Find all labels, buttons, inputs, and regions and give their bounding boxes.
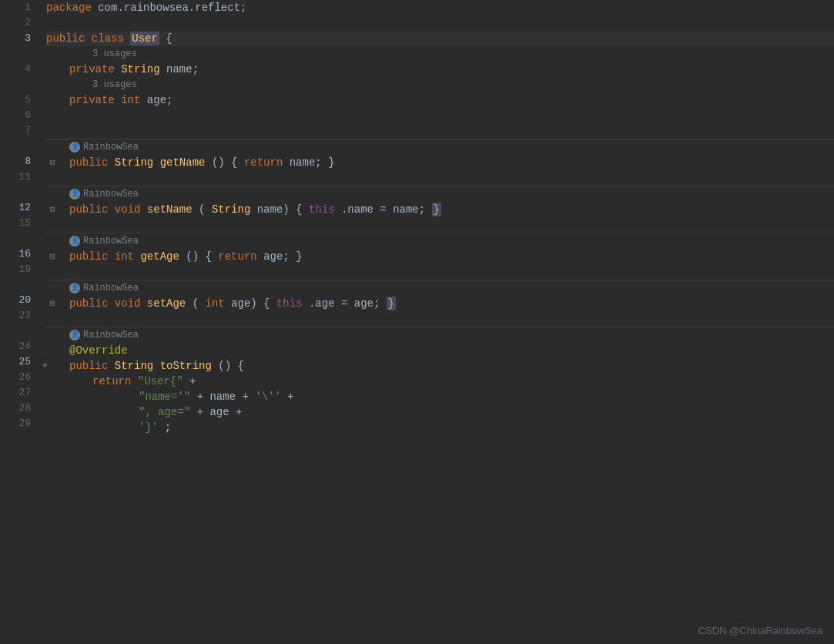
code-area: 1 2 3 4 5 6 7 8 11 12 15 16 19 20 23 24 …	[0, 0, 834, 644]
ln-27: 27	[0, 385, 31, 401]
line-8: ⊟ public String getName () { return name…	[46, 155, 834, 170]
ln-19: 19	[0, 262, 31, 277]
line-28: ", age=" + age +	[46, 404, 834, 420]
line-20: ⊟ public void setAge ( int age) { this .…	[46, 296, 834, 311]
token-parens-3: () {	[218, 360, 244, 372]
token-this-2: this	[276, 297, 303, 310]
token-return-1: return	[244, 156, 283, 169]
hint-3usages-1: 3 usages	[46, 46, 834, 62]
token-return-3: return	[92, 375, 131, 387]
token-void-2: void	[115, 297, 141, 310]
ln-25: 25	[0, 354, 31, 370]
author-name-5: RainbowSea	[83, 327, 139, 343]
line-3: public class User {	[46, 31, 834, 46]
line-29: '}' ;	[46, 420, 834, 435]
token-getname: getName	[160, 156, 206, 169]
line-23	[46, 311, 834, 327]
ln-7: 7	[0, 123, 31, 139]
token-name-param: name) {	[257, 203, 309, 216]
token-plus-3: +	[287, 391, 293, 403]
ln-hint1	[0, 46, 31, 62]
ln-author1	[0, 139, 31, 154]
fold-icon-2[interactable]: ⊟	[50, 202, 55, 217]
ln-author3	[0, 231, 31, 247]
token-paren-open-1: (	[199, 203, 205, 216]
watermark: CSDN @ChinaRainbowSea	[698, 625, 822, 636]
line-6	[46, 108, 834, 123]
token-private-2: private	[69, 94, 115, 106]
token-setname: setName	[147, 203, 193, 216]
token-age-eq-str: ", age="	[139, 406, 190, 418]
token-public-2: public	[69, 156, 108, 169]
line-12: ⊟ public void setName ( String name) { t…	[46, 202, 834, 217]
token-setage: setAge	[147, 297, 186, 310]
ln-12: 12	[0, 200, 31, 216]
ln-11: 11	[0, 169, 31, 185]
ln-24: 24	[0, 339, 31, 354]
ln-15: 15	[0, 216, 31, 231]
ln-29: 29	[0, 416, 31, 431]
ln-28: 28	[0, 401, 31, 416]
ln-author5	[0, 324, 31, 339]
token-age-param: age) {	[231, 297, 276, 310]
token-public-3: public	[69, 203, 108, 216]
author-hint-4: 👤 RainbowSea	[46, 280, 834, 296]
token-this-1: this	[309, 203, 335, 216]
line-26: return "User{" +	[46, 374, 834, 389]
author-icon-1: 👤	[69, 142, 80, 153]
token-dot-age: .age = age;	[309, 297, 387, 310]
line-16: ⊟ public int getAge () { return age; }	[46, 249, 834, 264]
ln-author2	[0, 185, 31, 200]
author-icon-2: 👤	[69, 189, 80, 200]
ln-2: 2	[0, 15, 31, 31]
token-close-brace-str: '}'	[139, 421, 158, 434]
author-name-3: RainbowSea	[83, 233, 139, 249]
token-class: class	[92, 32, 124, 45]
ln-5: 5	[0, 92, 31, 108]
line-4: private String name;	[46, 62, 834, 77]
fold-icon-1[interactable]: ⊟	[50, 155, 55, 170]
token-package: package	[46, 2, 92, 14]
token-void-1: void	[115, 203, 141, 216]
token-public-6: public	[69, 360, 108, 372]
ln-8: 8	[0, 154, 31, 169]
line-27: "name='" + name + '\'' +	[46, 389, 834, 404]
token-name-1: name; }	[290, 156, 335, 169]
token-string-type-1: String	[121, 63, 159, 75]
line-24: @Override	[46, 343, 834, 358]
token-int-3: int	[205, 297, 224, 310]
fold-icon-4[interactable]: ⊟	[50, 296, 55, 311]
ln-3: 3	[0, 31, 31, 46]
token-public-4: public	[69, 250, 108, 263]
token-plus-4: + age +	[197, 406, 243, 418]
token-semicolon: ;	[165, 421, 171, 434]
author-hint-1: 👤 RainbowSea	[46, 139, 834, 155]
line-5: private int age;	[46, 92, 834, 108]
token-return-2: return	[218, 250, 256, 263]
token-brace-open: {	[166, 32, 172, 45]
token-override: @Override	[69, 344, 128, 357]
ln-20: 20	[0, 293, 31, 308]
token-public-5: public	[69, 297, 108, 310]
hint-3usages-2: 3 usages	[46, 77, 834, 92]
author-hint-5: 👤 RainbowSea	[46, 327, 834, 343]
token-parens-1: () {	[212, 156, 244, 169]
ln-author4	[0, 277, 31, 293]
token-quote-str: '\''	[255, 391, 281, 403]
token-plus-1: +	[189, 375, 196, 387]
ln-hint2	[0, 77, 31, 92]
token-package-name: com.rainbowsea.reflect;	[98, 2, 246, 14]
token-getage: getAge	[140, 250, 179, 263]
token-int-2: int	[115, 250, 134, 263]
token-parens-2: () {	[186, 250, 218, 263]
bookmark-icon-25: ⌖	[42, 358, 48, 374]
token-age-field: age;	[147, 94, 173, 106]
ln-6: 6	[0, 108, 31, 123]
token-plus-2: + name +	[197, 391, 256, 403]
ln-23: 23	[0, 308, 31, 324]
token-paren-open-2: (	[193, 297, 199, 310]
fold-icon-3[interactable]: ⊟	[50, 249, 55, 264]
token-name-eq-str: "name='"	[139, 391, 190, 403]
author-name-4: RainbowSea	[83, 280, 139, 296]
line-19	[46, 264, 834, 280]
